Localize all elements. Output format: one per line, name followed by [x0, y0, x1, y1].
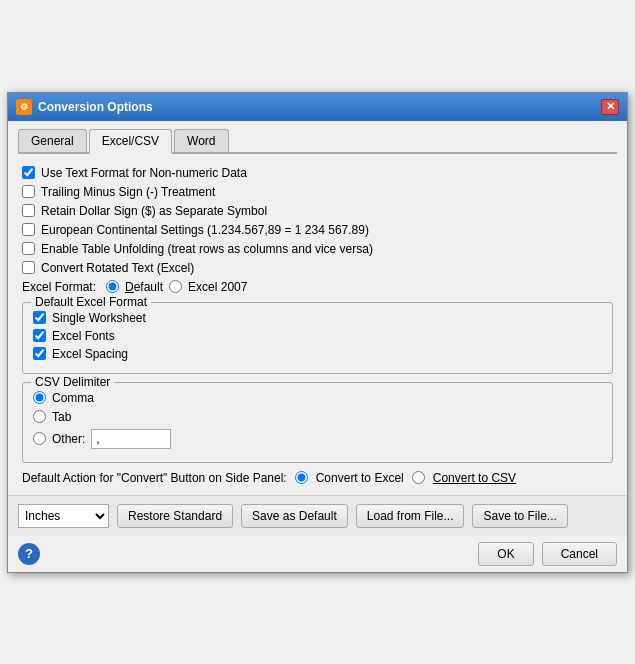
csv-comma-row: Comma	[33, 391, 602, 405]
checkbox-use-text-format-input[interactable]	[22, 166, 35, 179]
radio-excel-default-label: Default	[125, 280, 163, 294]
radio-convert-csv[interactable]	[412, 471, 425, 484]
csv-other-row: Other:	[33, 429, 602, 449]
default-action-row: Default Action for "Convert" Button on S…	[22, 471, 613, 485]
default-excel-format-title: Default Excel Format	[31, 295, 151, 309]
default-action-label: Default Action for "Convert" Button on S…	[22, 471, 287, 485]
checkbox-european-label: European Continental Settings (1.234.567…	[41, 223, 369, 237]
checkbox-use-text-format-label: Use Text Format for Non-numeric Data	[41, 166, 247, 180]
close-button[interactable]: ✕	[601, 99, 619, 115]
checkbox-table-unfolding-label: Enable Table Unfolding (treat rows as co…	[41, 242, 373, 256]
checkbox-excel-fonts: Excel Fonts	[33, 329, 602, 343]
checkbox-use-text-format: Use Text Format for Non-numeric Data	[22, 166, 613, 180]
save-to-file-button[interactable]: Save to File...	[472, 504, 567, 528]
tabs-container: General Excel/CSV Word	[18, 129, 617, 154]
checkbox-convert-rotated: Convert Rotated Text (Excel)	[22, 261, 613, 275]
checkbox-excel-spacing: Excel Spacing	[33, 347, 602, 361]
tab-word[interactable]: Word	[174, 129, 228, 152]
checkbox-trailing-minus: Trailing Minus Sign (-) Treatment	[22, 185, 613, 199]
bottom-bar: Inches Centimeters Points Restore Standa…	[8, 495, 627, 536]
checkbox-convert-rotated-label: Convert Rotated Text (Excel)	[41, 261, 194, 275]
bottom-left: Inches Centimeters Points Restore Standa…	[18, 504, 568, 528]
title-bar: ⚙ Conversion Options ✕	[8, 93, 627, 121]
help-button[interactable]: ?	[18, 543, 40, 565]
radio-convert-excel[interactable]	[295, 471, 308, 484]
radio-csv-tab[interactable]	[33, 410, 46, 423]
checkbox-trailing-minus-label: Trailing Minus Sign (-) Treatment	[41, 185, 215, 199]
radio-convert-excel-label: Convert to Excel	[316, 471, 404, 485]
checkbox-excel-fonts-label: Excel Fonts	[52, 329, 115, 343]
ok-button[interactable]: OK	[478, 542, 533, 566]
csv-delimiter-title: CSV Delimiter	[31, 375, 114, 389]
radio-csv-comma[interactable]	[33, 391, 46, 404]
conversion-options-dialog: ⚙ Conversion Options ✕ General Excel/CSV…	[7, 92, 628, 573]
excel-format-options: Default Excel 2007	[106, 280, 247, 294]
radio-excel-2007-label: Excel 2007	[188, 280, 247, 294]
radio-csv-tab-label: Tab	[52, 410, 71, 424]
checkbox-single-worksheet-label: Single Worksheet	[52, 311, 146, 325]
checkbox-single-worksheet: Single Worksheet	[33, 311, 602, 325]
default-excel-format-group: Default Excel Format Single Worksheet Ex…	[22, 302, 613, 374]
checkbox-excel-spacing-label: Excel Spacing	[52, 347, 128, 361]
checkbox-table-unfolding-input[interactable]	[22, 242, 35, 255]
radio-csv-comma-label: Comma	[52, 391, 94, 405]
checkbox-retain-dollar-input[interactable]	[22, 204, 35, 217]
radio-excel-2007[interactable]	[169, 280, 182, 293]
load-from-file-button[interactable]: Load from File...	[356, 504, 465, 528]
checkbox-excel-fonts-input[interactable]	[33, 329, 46, 342]
checkbox-convert-rotated-input[interactable]	[22, 261, 35, 274]
save-as-default-button[interactable]: Save as Default	[241, 504, 348, 528]
cancel-button[interactable]: Cancel	[542, 542, 617, 566]
checkbox-table-unfolding: Enable Table Unfolding (treat rows as co…	[22, 242, 613, 256]
radio-excel-default[interactable]	[106, 280, 119, 293]
checkbox-single-worksheet-input[interactable]	[33, 311, 46, 324]
footer-bar: ? OK Cancel	[8, 536, 627, 572]
footer-right: OK Cancel	[478, 542, 617, 566]
tab-general[interactable]: General	[18, 129, 87, 152]
checkbox-excel-spacing-input[interactable]	[33, 347, 46, 360]
excel-format-label: Excel Format:	[22, 280, 96, 294]
excel-format-row: Excel Format: Default Excel 2007	[22, 280, 613, 294]
radio-csv-other-label: Other:	[52, 432, 85, 446]
csv-tab-row: Tab	[33, 410, 602, 424]
csv-other-input[interactable]	[91, 429, 171, 449]
checkbox-trailing-minus-input[interactable]	[22, 185, 35, 198]
tab-content: Use Text Format for Non-numeric Data Tra…	[18, 162, 617, 489]
dialog-body: General Excel/CSV Word Use Text Format f…	[8, 121, 627, 495]
title-bar-left: ⚙ Conversion Options	[16, 99, 153, 115]
checkbox-european: European Continental Settings (1.234.567…	[22, 223, 613, 237]
tab-excel-csv[interactable]: Excel/CSV	[89, 129, 172, 154]
checkbox-retain-dollar: Retain Dollar Sign ($) as Separate Symbo…	[22, 204, 613, 218]
units-select[interactable]: Inches Centimeters Points	[18, 504, 109, 528]
restore-standard-button[interactable]: Restore Standard	[117, 504, 233, 528]
dialog-title: Conversion Options	[38, 100, 153, 114]
checkbox-european-input[interactable]	[22, 223, 35, 236]
radio-convert-csv-label: Convert to CSV	[433, 471, 516, 485]
checkbox-retain-dollar-label: Retain Dollar Sign ($) as Separate Symbo…	[41, 204, 267, 218]
csv-delimiter-group: CSV Delimiter Comma Tab Other:	[22, 382, 613, 463]
radio-csv-other[interactable]	[33, 432, 46, 445]
dialog-icon: ⚙	[16, 99, 32, 115]
